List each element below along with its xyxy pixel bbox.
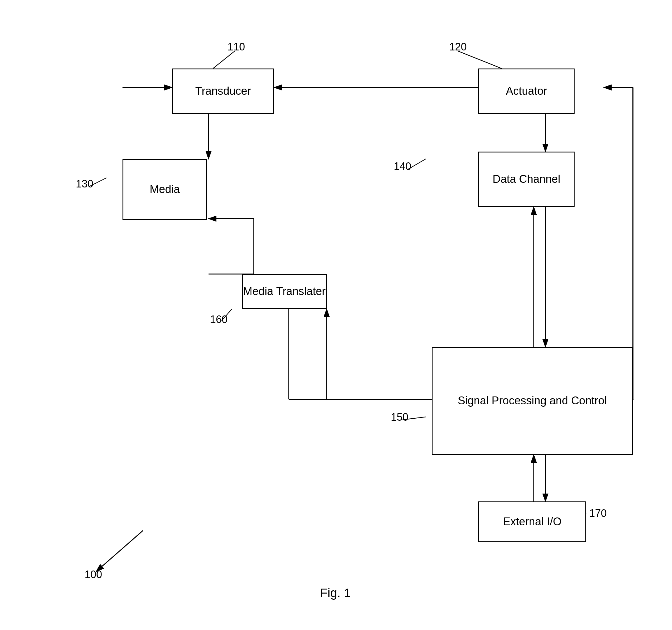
- data-channel-block: Data Channel: [478, 152, 575, 207]
- actuator-label: Actuator: [506, 84, 547, 98]
- media-block: Media: [122, 159, 207, 220]
- transducer-block: Transducer: [172, 69, 274, 114]
- actuator-block: Actuator: [478, 69, 575, 114]
- label-120: 120: [449, 41, 467, 53]
- label-110: 110: [227, 41, 245, 53]
- label-100: 100: [85, 569, 102, 581]
- signal-processing-label: Signal Processing and Control: [458, 394, 607, 408]
- figure-label: Fig. 1: [306, 586, 365, 600]
- external-io-label: External I/O: [503, 514, 562, 529]
- label-150: 150: [391, 411, 408, 423]
- media-translater-block: Media Translater: [242, 274, 327, 309]
- svg-line-2: [213, 51, 235, 69]
- label-160: 160: [210, 313, 227, 326]
- signal-processing-block: Signal Processing and Control: [432, 347, 633, 455]
- svg-line-30: [96, 531, 143, 572]
- label-170: 170: [589, 507, 607, 520]
- label-130: 130: [76, 178, 93, 190]
- label-140: 140: [394, 160, 411, 173]
- external-io-block: External I/O: [478, 501, 586, 542]
- media-label: Media: [150, 182, 180, 197]
- diagram-container: Transducer Actuator Media Data Channel S…: [0, 0, 672, 630]
- transducer-label: Transducer: [195, 84, 251, 98]
- media-translater-label: Media Translater: [243, 284, 326, 299]
- data-channel-label: Data Channel: [493, 172, 560, 186]
- svg-line-3: [458, 51, 502, 69]
